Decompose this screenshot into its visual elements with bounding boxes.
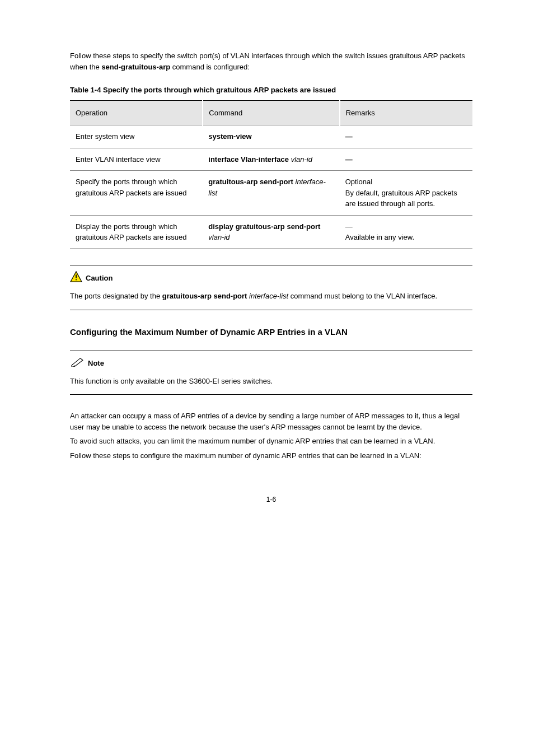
intro-text: Follow these steps to specify the switch… (70, 50, 472, 72)
cell-command: system-view (203, 125, 339, 148)
cell-command: gratuitous-arp send-port interface-list (203, 171, 339, 216)
note-body: This function is only available on the S… (70, 376, 472, 387)
caution-label: Caution (86, 273, 113, 284)
body-p3: Follow these steps to configure the maxi… (70, 450, 472, 461)
cell-command: interface Vlan-interface vlan-id (203, 148, 339, 171)
note-header: Note (70, 357, 472, 370)
caution-callout: Caution The ports designated by the grat… (70, 265, 472, 310)
body-p2: To avoid such attacks, you can limit the… (70, 436, 472, 447)
th-command: Command (203, 100, 339, 125)
table-caption: Table 1-4 Specify the ports through whic… (70, 85, 472, 96)
cell-remarks: Optional By default, gratuitous ARP pack… (340, 171, 472, 216)
cell-operation: Enter VLAN interface view (70, 148, 203, 171)
cell-remarks: — Available in any view. (340, 215, 472, 249)
cell-remarks: — (340, 148, 472, 171)
th-remarks: Remarks (340, 100, 472, 125)
caution-cmd: gratuitous-arp send-port (162, 292, 247, 300)
caution-header: Caution (70, 271, 472, 286)
intro-cmd: send-gratuitous-arp (101, 63, 170, 71)
intro-suffix: command is configured: (170, 63, 250, 71)
note-icon (70, 357, 85, 370)
page-number: 1-6 (70, 494, 472, 505)
caution-prefix: The ports designated by the (70, 292, 162, 300)
svg-rect-1 (76, 274, 77, 278)
cell-command: display gratuitous-arp send-port vlan-id (203, 215, 339, 249)
body-paragraphs: An attacker can occupy a mass of ARP ent… (70, 410, 472, 461)
command-table: Operation Command Remarks Enter system v… (70, 100, 472, 249)
table-header-row: Operation Command Remarks (70, 100, 472, 125)
th-operation: Operation (70, 100, 203, 125)
table-row: Enter VLAN interface view interface Vlan… (70, 148, 472, 171)
cell-operation: Display the ports through which gratuito… (70, 215, 203, 249)
cell-operation: Enter system view (70, 125, 203, 148)
caution-body: The ports designated by the gratuitous-a… (70, 291, 472, 302)
note-callout: Note This function is only available on … (70, 351, 472, 395)
table-row: Display the ports through which gratuito… (70, 215, 472, 249)
cell-operation: Specify the ports through which gratuito… (70, 171, 203, 216)
body-p1: An attacker can occupy a mass of ARP ent… (70, 410, 472, 432)
table-row: Specify the ports through which gratuito… (70, 171, 472, 216)
section-heading: Configuring the Maximum Number of Dynami… (70, 326, 472, 339)
caution-arg: interface-list (247, 292, 288, 300)
svg-rect-2 (76, 279, 77, 280)
intro-paragraph: Follow these steps to specify the switch… (70, 50, 472, 72)
table-row: Enter system view system-view — (70, 125, 472, 148)
caution-suffix: command must belong to the VLAN interfac… (288, 292, 437, 300)
caution-icon (70, 271, 82, 286)
cell-remarks: — (340, 125, 472, 148)
note-label: Note (88, 358, 104, 369)
